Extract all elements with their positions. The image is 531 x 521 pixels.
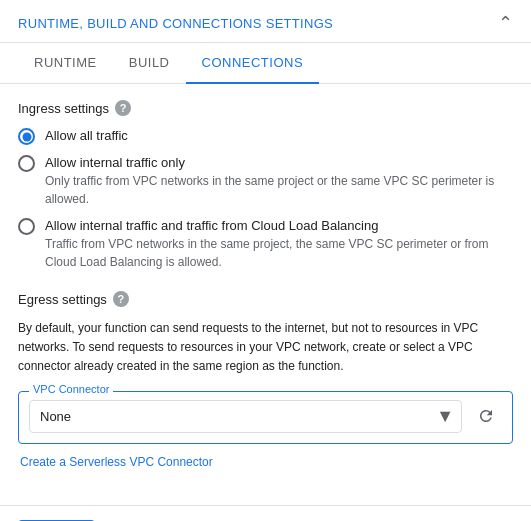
refresh-icon <box>477 407 495 425</box>
radio-internal-label[interactable]: Allow internal traffic only <box>45 155 513 170</box>
tabs-bar: RUNTIME BUILD CONNECTIONS <box>0 43 531 84</box>
egress-help-icon[interactable]: ? <box>113 291 129 307</box>
refresh-button[interactable] <box>470 400 502 432</box>
radio-item-allow-all: Allow all traffic <box>18 128 513 145</box>
egress-title-text: Egress settings <box>18 292 107 307</box>
radio-internal-lb-label[interactable]: Allow internal traffic and traffic from … <box>45 218 513 233</box>
settings-header: RUNTIME, BUILD AND CONNECTIONS SETTINGS … <box>0 0 531 43</box>
radio-allow-internal[interactable] <box>18 155 35 172</box>
ingress-section-title: Ingress settings ? <box>18 100 513 116</box>
tab-runtime[interactable]: RUNTIME <box>18 43 113 84</box>
vpc-connector-select[interactable]: None <box>29 400 462 433</box>
tab-build[interactable]: BUILD <box>113 43 186 84</box>
radio-item-internal-lb: Allow internal traffic and traffic from … <box>18 218 513 271</box>
tab-connections[interactable]: CONNECTIONS <box>186 43 320 84</box>
radio-allow-all-label[interactable]: Allow all traffic <box>45 128 128 143</box>
egress-section: Egress settings ? By default, your funct… <box>18 291 513 469</box>
collapse-icon[interactable]: ⌃ <box>498 14 513 32</box>
radio-internal-desc: Only traffic from VPC networks in the sa… <box>45 172 513 208</box>
footer: NEXT CANCEL <box>0 505 531 521</box>
radio-item-internal: Allow internal traffic only Only traffic… <box>18 155 513 208</box>
content-area: Ingress settings ? Allow all traffic All… <box>0 84 531 497</box>
ingress-help-icon[interactable]: ? <box>115 100 131 116</box>
egress-description: By default, your function can send reque… <box>18 319 513 377</box>
radio-allow-all[interactable] <box>18 128 35 145</box>
vpc-connector-row: None ▼ <box>29 400 502 433</box>
create-vpc-connector-link[interactable]: Create a Serverless VPC Connector <box>20 455 213 469</box>
radio-allow-internal-lb[interactable] <box>18 218 35 235</box>
vpc-select-wrapper: None ▼ <box>29 400 462 433</box>
radio-internal-lb-desc: Traffic from VPC networks in the same pr… <box>45 235 513 271</box>
ingress-radio-group: Allow all traffic Allow internal traffic… <box>18 128 513 271</box>
vpc-connector-label: VPC Connector <box>29 383 113 395</box>
header-title: RUNTIME, BUILD AND CONNECTIONS SETTINGS <box>18 16 333 31</box>
vpc-connector-box: VPC Connector None ▼ <box>18 391 513 444</box>
ingress-title-text: Ingress settings <box>18 101 109 116</box>
egress-section-title: Egress settings ? <box>18 291 513 307</box>
